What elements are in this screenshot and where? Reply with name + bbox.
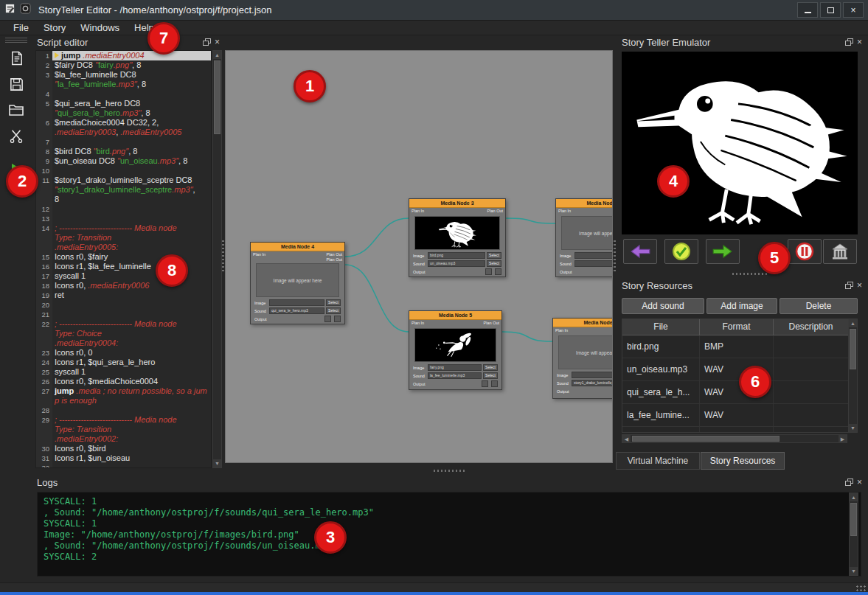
scroll-down-icon[interactable]: ▼ — [849, 424, 857, 432]
tab-virtual-machine[interactable]: Virtual Machine — [616, 452, 700, 470]
node-dropdown[interactable]: fairy.png — [428, 364, 482, 371]
close-panel-icon[interactable]: × — [857, 38, 862, 46]
node-dropdown[interactable]: la_fee_luminelle.mp3 — [428, 372, 482, 379]
node-dropdown[interactable] — [269, 299, 324, 306]
scroll-up-icon[interactable]: ▲ — [849, 319, 857, 327]
node-title-bar[interactable]: Media Node 6 — [553, 319, 613, 327]
media-node[interactable]: Media Node 5Plan InPlan OutImagefairy.pn… — [409, 310, 502, 390]
scroll-right-icon[interactable]: ▶ — [839, 435, 847, 443]
node-canvas[interactable]: Media Node 4Plan InPlan OutPlan OutImage… — [225, 50, 613, 463]
node-input-port[interactable]: Plan In — [555, 328, 568, 333]
node-select-button[interactable]: Select — [487, 252, 501, 259]
node-mini-button[interactable] — [491, 380, 498, 387]
node-select-button[interactable]: Select — [483, 372, 498, 379]
splitter-handle[interactable] — [434, 470, 466, 472]
node-dropdown[interactable]: un_oiseau.mp3 — [428, 260, 485, 267]
close-panel-icon[interactable]: × — [857, 282, 862, 289]
script-editor-text[interactable]: 1jump .mediaEntry00042$fairy DC8 "fairy.… — [35, 50, 212, 468]
open-button[interactable] — [4, 99, 29, 121]
splitter-handle[interactable] — [222, 240, 224, 271]
close-panel-icon[interactable]: × — [215, 38, 220, 46]
float-panel-icon[interactable] — [845, 479, 853, 486]
node-input-port[interactable]: Plan In — [412, 321, 424, 325]
save-button[interactable] — [4, 73, 29, 95]
close-panel-icon[interactable]: × — [857, 479, 862, 486]
node-mini-button[interactable] — [495, 268, 501, 275]
node-mini-button[interactable] — [324, 316, 331, 322]
maximize-button[interactable] — [820, 2, 841, 18]
node-title-bar[interactable]: Media Node 2 — [556, 199, 613, 208]
home-button[interactable] — [823, 239, 857, 264]
script-editor-scrollbar[interactable]: ▲ ▼ — [212, 50, 222, 468]
line-number: 15 — [36, 252, 52, 262]
node-title-bar[interactable]: Media Node 5 — [409, 311, 501, 320]
resources-hscrollbar[interactable]: ◀ ▶ — [622, 434, 847, 443]
media-node[interactable]: Media Node 2Plan InImage will appear her… — [555, 198, 613, 277]
node-output-port[interactable]: Plan Out — [327, 252, 342, 257]
menu-file[interactable]: File — [6, 21, 36, 35]
node-dropdown[interactable]: bird.png — [428, 252, 485, 259]
minimize-button[interactable] — [797, 2, 818, 18]
media-node[interactable]: Media Node 4Plan InPlan OutPlan OutImage… — [250, 242, 345, 324]
node-dropdown[interactable]: qui_sera_le_hero.mp3 — [269, 307, 324, 314]
menu-story[interactable]: Story — [36, 21, 73, 35]
media-node[interactable]: Media Node 3Plan InPlan OutImagebird.png… — [409, 198, 506, 277]
scroll-up-icon[interactable]: ▲ — [850, 493, 858, 501]
column-header[interactable]: Format — [700, 319, 774, 335]
toolbar-grip-handle[interactable] — [5, 38, 27, 43]
tab-story-resources[interactable]: Story Resources — [701, 452, 785, 470]
node-select-button[interactable]: Select — [326, 307, 341, 314]
pause-button[interactable] — [788, 239, 822, 264]
forward-button[interactable] — [706, 239, 740, 264]
node-dropdown[interactable]: story1_drako_luminelle_sce... — [572, 380, 613, 386]
scroll-left-icon[interactable]: ◀ — [622, 435, 631, 443]
splitter-handle[interactable] — [732, 273, 769, 275]
add-image-button[interactable]: Add image — [706, 298, 777, 314]
node-select-button[interactable]: Select — [487, 260, 501, 267]
node-output-port[interactable]: Plan Out — [327, 257, 342, 262]
float-panel-icon[interactable] — [845, 282, 853, 289]
media-node[interactable]: Media Node 6Plan InImage will appear her… — [552, 318, 613, 399]
resource-row[interactable]: fairy.pngBMP — [622, 427, 857, 433]
node-input-port[interactable]: Plan In — [558, 209, 571, 213]
scroll-down-icon[interactable]: ▼ — [850, 567, 858, 575]
float-panel-icon[interactable] — [845, 38, 853, 46]
node-mini-button[interactable] — [485, 268, 492, 275]
validate-button[interactable] — [664, 239, 698, 264]
scroll-up-icon[interactable]: ▲ — [213, 51, 221, 59]
column-header[interactable]: File — [622, 319, 700, 335]
scroll-down-icon[interactable]: ▼ — [213, 459, 221, 467]
titlebar[interactable]: StoryTeller Editor - /home/anthony/ostpr… — [0, 0, 868, 21]
cut-button[interactable] — [4, 125, 29, 147]
resource-row[interactable]: la_fee_lumine...WAV — [622, 404, 857, 427]
node-dropdown[interactable] — [574, 252, 613, 259]
node-output-port[interactable]: Plan Out — [487, 209, 503, 213]
close-button[interactable]: × — [843, 2, 864, 18]
node-title-bar[interactable]: Media Node 3 — [409, 199, 505, 208]
node-output-port[interactable]: Plan Out — [484, 321, 499, 325]
delete-button[interactable]: Delete — [780, 298, 858, 314]
node-select-button[interactable]: Select — [483, 364, 498, 371]
node-mini-button[interactable] — [482, 380, 488, 387]
node-input-port[interactable]: Plan In — [253, 252, 265, 257]
new-script-button[interactable] — [4, 47, 29, 69]
scrollbar-thumb[interactable] — [850, 329, 856, 369]
scrollbar-thumb[interactable] — [850, 503, 857, 536]
add-sound-button[interactable]: Add sound — [622, 298, 704, 314]
node-input-port[interactable]: Plan In — [412, 209, 424, 213]
logs-scrollbar[interactable]: ▲ ▼ — [849, 493, 858, 576]
back-button[interactable] — [623, 239, 657, 264]
node-dropdown[interactable] — [572, 372, 613, 378]
resize-grip[interactable] — [855, 585, 866, 592]
menu-windows[interactable]: Windows — [73, 21, 127, 35]
node-title-bar[interactable]: Media Node 4 — [251, 243, 344, 251]
scrollbar-thumb[interactable] — [632, 436, 780, 442]
resource-row[interactable]: bird.pngBMP — [622, 335, 857, 358]
resources-vscrollbar[interactable]: ▲ ▼ — [848, 319, 858, 433]
float-panel-icon[interactable] — [203, 38, 211, 46]
node-dropdown[interactable] — [574, 260, 613, 267]
column-header[interactable]: Description — [774, 319, 849, 335]
node-select-button[interactable]: Select — [326, 299, 341, 306]
node-mini-button[interactable] — [334, 316, 341, 322]
scrollbar-thumb[interactable] — [214, 60, 221, 134]
